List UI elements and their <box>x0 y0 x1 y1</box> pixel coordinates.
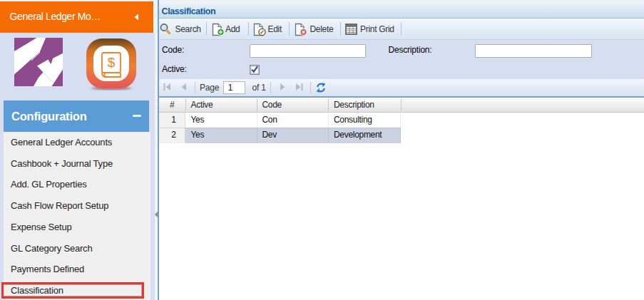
svg-text:$: $ <box>108 55 116 70</box>
